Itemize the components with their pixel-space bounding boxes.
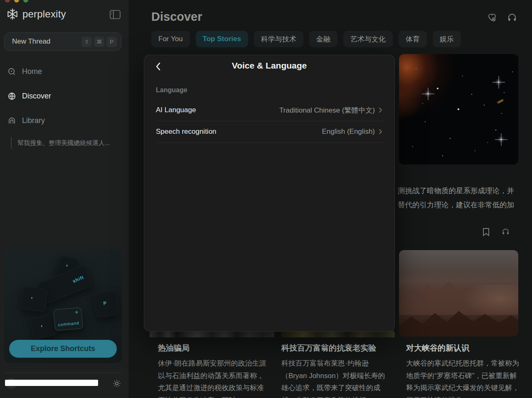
brand-logo: perplexity (6, 7, 66, 21)
tab-science-tech[interactable]: 科学与技术 (254, 31, 303, 47)
setting-row-ai-language[interactable]: AI Language Traditional Chinese (繁體中文) (156, 99, 383, 121)
story-actions (482, 228, 510, 236)
command-keycap: ✳ command (53, 307, 83, 331)
keycap-illustration: ◗ (20, 286, 48, 312)
story-title: 科技百万富翁的抗衰老实验 (281, 343, 389, 354)
nebula-graphic (399, 54, 518, 165)
star-graphic (427, 93, 429, 94)
star-graphic (500, 139, 502, 140)
username-redaction-bar (5, 380, 98, 386)
sidebar-item-library[interactable]: Library (0, 112, 129, 129)
command-keycap-label: command (55, 320, 83, 327)
voice-language-modal: Voice & Language Language AI Language Tr… (144, 55, 395, 332)
section-label-language: Language (156, 86, 187, 94)
new-thread-button[interactable]: New Thread ⇧ ⌘ P (4, 32, 121, 51)
modal-title: Voice & Language (144, 61, 394, 71)
star-graphic (498, 81, 499, 83)
perplexity-logo-icon (6, 7, 19, 21)
canyon-glow-graphic (459, 285, 519, 319)
sidebar: perplexity New Thread ⇧ ⌘ P Home (0, 0, 129, 398)
excerpt-line: 测挑战了暗物质的星系形成理论，并 (398, 184, 522, 198)
thread-indicator-bar (11, 137, 12, 149)
sidebar-item-label: Discover (22, 92, 51, 101)
canyon-haze-graphic (399, 250, 518, 286)
keycap-illustration: P (93, 290, 120, 318)
sidebar-divider (4, 373, 122, 373)
story-card[interactable]: 对大峡谷的新认识 大峡谷的寒武纪托恩托群，常被称为地质学的“罗塞塔石碑”，已被重… (406, 339, 519, 398)
tab-art-culture[interactable]: 艺术与文化 (343, 31, 393, 47)
recent-thread-item[interactable]: 幫我搜集、整理美國總統候選人... (11, 137, 110, 149)
p-key-icon: P (106, 37, 117, 47)
bookmark-icon[interactable] (482, 228, 490, 236)
tab-top-stories[interactable]: Top Stories (196, 31, 248, 47)
story-excerpt-space: 测挑战了暗物质的星系形成理论，并 替代的引力理论，建议在非常低的加 (398, 184, 522, 212)
tab-finance[interactable]: 金融 (309, 31, 337, 47)
command-key-icon: ⌘ (94, 37, 104, 47)
story-title: 对大峡谷的新认识 (406, 343, 519, 354)
perplexity-mini-logo-icon: ✳ (75, 310, 79, 315)
sidebar-item-discover[interactable]: Discover (0, 88, 129, 104)
shortcuts-promo-card: ◖ shift ◗ P ◖ ✳ command Explore Shortcut… (4, 249, 122, 363)
setting-value: English (English) (322, 128, 375, 136)
thread-title: 幫我搜集、整理美國總統候選人... (17, 139, 110, 147)
story-image-space[interactable] (399, 54, 518, 165)
story-image-canyon[interactable] (399, 250, 518, 337)
new-thread-label: New Thread (12, 37, 79, 46)
setting-label: Speech recognition (156, 128, 322, 136)
sidebar-item-home[interactable]: Home (0, 63, 129, 80)
app-window: perplexity New Thread ⇧ ⌘ P Home (0, 0, 532, 398)
settings-gear-icon[interactable] (112, 379, 121, 388)
chevron-right-icon (378, 107, 383, 113)
user-account-row[interactable] (0, 376, 129, 391)
shift-key-icon: ⇧ (81, 37, 92, 47)
home-search-icon (7, 67, 16, 76)
sidebar-item-label: Home (22, 67, 42, 76)
brand-name: perplexity (22, 8, 66, 20)
sidebar-collapse-icon[interactable] (110, 10, 121, 19)
page-title: Discover (151, 10, 202, 24)
story-card[interactable]: 热油骗局 休伊·朗在路易斯安那州的政治生涯以与石油利益的动荡关系而著称，尤其是通… (158, 339, 267, 398)
story-excerpt: 科技百万富翁布莱恩·约翰逊（Bryan Johnson）对极端长寿的雄心追求，既… (281, 357, 389, 398)
discover-category-tabs: For You Top Stories 科学与技术 金融 艺术与文化 体育 娱乐 (151, 31, 461, 47)
story-excerpt: 休伊·朗在路易斯安那州的政治生涯以与石油利益的动荡关系而著称，尤其是通过激进的税… (158, 357, 267, 398)
setting-row-speech-recognition[interactable]: Speech recognition English (English) (156, 121, 383, 143)
setting-value: Traditional Chinese (繁體中文) (279, 106, 375, 115)
tab-sports[interactable]: 体育 (399, 31, 427, 47)
explore-shortcuts-button[interactable]: Explore Shortcuts (9, 340, 117, 358)
header-actions (487, 12, 517, 22)
library-icon (7, 116, 16, 125)
starfield-graphic (399, 54, 400, 55)
tab-for-you[interactable]: For You (151, 31, 190, 47)
sidebar-item-label: Library (22, 116, 45, 125)
story-title: 热油骗局 (158, 343, 267, 354)
discover-globe-icon (7, 92, 16, 101)
chevron-right-icon (378, 129, 383, 135)
listen-headphones-icon[interactable] (502, 228, 510, 236)
window-zoom-button[interactable] (23, 0, 28, 2)
tab-entertainment[interactable]: 娱乐 (433, 31, 461, 47)
window-close-button[interactable] (5, 0, 10, 2)
follow-interests-heart-plus-icon[interactable] (487, 12, 497, 22)
setting-label: AI Language (156, 106, 279, 114)
excerpt-line: 替代的引力理论，建议在非常低的加 (398, 198, 522, 212)
listen-headphones-icon[interactable] (507, 12, 517, 22)
story-excerpt: 大峡谷的寒武纪托恩托群，常被称为地质学的“罗塞塔石碑”，已被重新解释为揭示寒武纪… (406, 357, 519, 398)
window-minimize-button[interactable] (14, 0, 19, 2)
story-card[interactable]: 科技百万富翁的抗衰老实验 科技百万富翁布莱恩·约翰逊（Bryan Johnson… (281, 339, 389, 398)
